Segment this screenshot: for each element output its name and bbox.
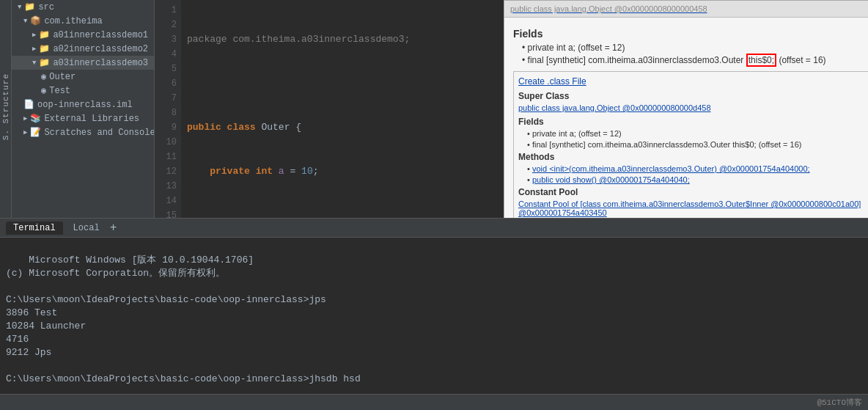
sidebar-item-iml[interactable]: 📄 oop-innerclass.iml bbox=[12, 98, 154, 111]
method-show-link[interactable]: public void show() @0x000001754a404040; bbox=[532, 175, 690, 184]
file-icon-iml: 📄 bbox=[23, 99, 34, 110]
doc-popup-main: public class java.lang.Object @0x0000000… bbox=[504, 0, 868, 218]
method-item-1: void <init>(com.itheima.a03innerclassdem… bbox=[527, 164, 868, 173]
terminal-tab-local[interactable]: Local bbox=[66, 222, 107, 235]
structure-sidebar: S. Structure bbox=[0, 0, 12, 218]
ext-libs-icon: 📚 bbox=[30, 113, 41, 124]
inner-field-1: private int a; (offset = 12) bbox=[527, 129, 868, 138]
terminal-tab-terminal[interactable]: Terminal bbox=[6, 222, 63, 235]
constant-pool-link[interactable]: Constant Pool of [class com.itheima.a03i… bbox=[518, 199, 868, 217]
sidebar-item-test[interactable]: ◉ Test bbox=[12, 84, 154, 98]
expand-arrow-a01: ▶ bbox=[32, 31, 36, 39]
doc-inner-section: Create .class File Super Class public cl… bbox=[513, 71, 868, 218]
class-icon-test: ◉ bbox=[41, 85, 46, 96]
terminal-tabs: Terminal Local + bbox=[0, 219, 868, 238]
expand-arrow-scratches: ▶ bbox=[23, 128, 27, 136]
status-bar: @51CTO博客 bbox=[0, 394, 868, 410]
expand-arrow-src: ▼ bbox=[18, 4, 21, 11]
doc-popup-body: Fields private int a; (offset = 12) fina… bbox=[504, 18, 868, 218]
sidebar-item-outer[interactable]: ◉ Outer bbox=[12, 70, 154, 84]
main-area: S. Structure ▼ 📁 src ▼ 📦 com.itheima ▶ 📁… bbox=[0, 0, 868, 218]
sidebar-label-test: Test bbox=[49, 86, 70, 96]
sidebar-item-a03[interactable]: ▼ 📁 a03innerclassdemo3 bbox=[12, 56, 154, 70]
doc-popup-header[interactable]: public class java.lang.Object @0x0000000… bbox=[504, 1, 868, 18]
folder-icon-a03: 📁 bbox=[39, 57, 50, 68]
terminal-content[interactable]: Microsoft Windows [版本 10.0.19044.1706] (… bbox=[0, 238, 868, 394]
sidebar-label-iml: oop-innerclass.iml bbox=[37, 100, 133, 110]
class-icon-outer: ◉ bbox=[41, 71, 46, 82]
sidebar-item-a02[interactable]: ▶ 📁 a02innerclassdemo2 bbox=[12, 42, 154, 56]
fields-title: Fields bbox=[513, 28, 868, 40]
structure-label[interactable]: S. Structure bbox=[1, 73, 10, 140]
line-numbers: 1 2 3 4 5 6 7 8 9 10 11 12 13 14 15 16 bbox=[155, 0, 181, 218]
scratches-icon: 📝 bbox=[30, 127, 41, 138]
watermark: @51CTO博客 bbox=[817, 397, 862, 408]
methods-label: Methods bbox=[518, 152, 868, 162]
sidebar-label-a03: a03innerclassdemo3 bbox=[53, 58, 148, 68]
expand-arrow-com: ▼ bbox=[23, 18, 27, 25]
fields-label-inner: Fields bbox=[518, 117, 868, 127]
super-class-link[interactable]: public class java.lang.Object @0x0000000… bbox=[518, 103, 868, 112]
super-class-label: Super Class bbox=[518, 91, 868, 101]
sidebar-item-a01[interactable]: ▶ 📁 a01innerclassdemo1 bbox=[12, 28, 154, 42]
sidebar-item-com-itheima[interactable]: ▼ 📦 com.itheima bbox=[12, 14, 154, 28]
terminal-tab-add[interactable]: + bbox=[110, 222, 117, 235]
terminal-area: Terminal Local + Microsoft Windows [版本 1… bbox=[0, 218, 868, 394]
sidebar-item-scratches[interactable]: ▶ 📝 Scratches and Consoles bbox=[12, 125, 154, 139]
file-tree-sidebar: ▼ 📁 src ▼ 📦 com.itheima ▶ 📁 a01innerclas… bbox=[12, 0, 155, 218]
this0-highlight: this$0; bbox=[746, 54, 776, 67]
sidebar-label-scratches: Scratches and Consoles bbox=[44, 128, 155, 138]
constant-pool-label: Constant Pool bbox=[518, 187, 868, 197]
expand-arrow-ext: ▶ bbox=[23, 114, 27, 122]
inner-field-2: final [synthetic] com.itheima.a03innercl… bbox=[527, 140, 868, 149]
method-init-link[interactable]: void <init>(com.itheima.a03innerclassdem… bbox=[532, 164, 810, 173]
editor-area: 1 2 3 4 5 6 7 8 9 10 11 12 13 14 15 16 p… bbox=[155, 0, 868, 218]
folder-icon-src: 📁 bbox=[24, 1, 35, 12]
field-item-1: private int a; (offset = 12) bbox=[522, 43, 868, 53]
folder-icon-a01: 📁 bbox=[39, 29, 50, 40]
folder-icon-com: 📦 bbox=[30, 15, 41, 26]
expand-arrow-a02: ▶ bbox=[32, 45, 36, 53]
folder-icon-a02: 📁 bbox=[39, 43, 50, 54]
create-class-link[interactable]: Create .class File bbox=[518, 76, 868, 87]
sidebar-label-outer: Outer bbox=[49, 72, 76, 82]
sidebar-label-a02: a02innerclassdemo2 bbox=[53, 44, 148, 54]
sidebar-label-ext-libs: External Libraries bbox=[44, 114, 139, 124]
terminal-text: Microsoft Windows [版本 10.0.19044.1706] (… bbox=[6, 255, 361, 384]
sidebar-item-external-libs[interactable]: ▶ 📚 External Libraries bbox=[12, 111, 154, 125]
sidebar-label-com: com.itheima bbox=[44, 16, 102, 26]
sidebar-item-src[interactable]: ▼ 📁 src bbox=[12, 0, 154, 14]
method-item-2: public void show() @0x000001754a404040; bbox=[527, 175, 868, 184]
field-item-2: final [synthetic] com.itheima.a03innercl… bbox=[522, 55, 868, 65]
sidebar-label-src: src bbox=[38, 2, 54, 12]
sidebar-label-a01: a01innerclassdemo1 bbox=[53, 30, 148, 40]
expand-arrow-a03: ▼ bbox=[32, 59, 36, 67]
